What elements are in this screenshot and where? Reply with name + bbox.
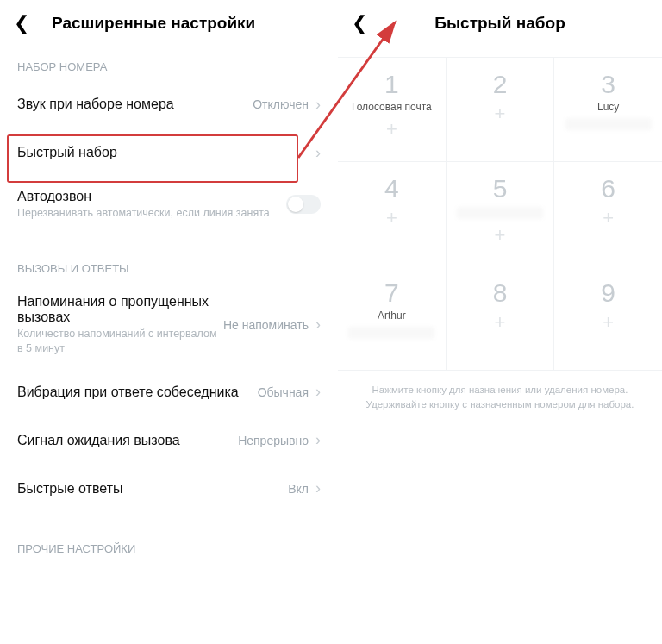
row-quick-replies[interactable]: Быстрые ответы Вкл ›	[0, 465, 338, 513]
label: Быстрые ответы	[17, 481, 288, 497]
key-2[interactable]: 2 +	[447, 58, 555, 161]
label: Быстрый набор	[17, 145, 315, 160]
blurred-content	[348, 327, 434, 339]
back-icon[interactable]: ❮	[352, 12, 367, 34]
section-header-calls: ВЫЗОВЫ И ОТВЕТЫ	[0, 248, 338, 282]
value: Не напоминать	[223, 318, 309, 332]
digit: 3	[601, 72, 615, 97]
key-label: Lucy	[597, 101, 619, 113]
plus-icon: +	[495, 313, 506, 332]
key-7[interactable]: 7 Arthur	[338, 266, 447, 370]
digit: 1	[384, 72, 399, 97]
back-icon[interactable]: ❮	[14, 12, 34, 34]
key-8[interactable]: 8 +	[447, 266, 555, 370]
label: Звук при наборе номера	[17, 97, 253, 112]
chevron-right-icon: ›	[315, 316, 321, 334]
row-vibrate-answer[interactable]: Вибрация при ответе собеседника Обычная …	[0, 368, 338, 416]
key-9[interactable]: 9 +	[554, 266, 662, 370]
plus-icon: +	[603, 209, 614, 228]
blurred-content	[457, 207, 543, 219]
key-1[interactable]: 1 Голосовая почта +	[338, 58, 447, 161]
plus-icon: +	[386, 209, 397, 228]
row-dial-sound[interactable]: Звук при наборе номера Отключен ›	[0, 80, 338, 128]
digit: 9	[601, 280, 615, 306]
digit: 7	[384, 280, 399, 306]
label: Автодозвон	[17, 189, 286, 204]
keypad: 1 Голосовая почта + 2 + 3 Lucy 4 + 5	[338, 47, 662, 371]
value: Отключен	[253, 97, 309, 111]
section-header-other: ПРОЧИЕ НАСТРОЙКИ	[0, 528, 338, 562]
chevron-right-icon: ›	[315, 144, 321, 162]
label: Напоминания о пропущенных вызовах	[17, 294, 223, 325]
plus-icon: +	[603, 313, 614, 332]
chevron-right-icon: ›	[315, 383, 321, 401]
label: Сигнал ожидания вызова	[17, 433, 238, 448]
hint-line-2: Удерживайте кнопку с назначенным номером…	[347, 397, 653, 412]
chevron-right-icon: ›	[315, 96, 321, 114]
plus-icon: +	[495, 226, 506, 245]
hint-line-1: Нажмите кнопку для назначения или удален…	[347, 383, 653, 397]
plus-icon: +	[495, 104, 506, 123]
sublabel: Перезванивать автоматически, если линия …	[17, 206, 286, 221]
label: Вибрация при ответе собеседника	[17, 385, 258, 400]
header: ❮ Расширенные настройки	[0, 0, 338, 47]
value: Обычная	[258, 385, 309, 399]
section-header-dial: НАБОР НОМЕРА	[0, 47, 338, 80]
row-auto-redial[interactable]: Автодозвон Перезванивать автоматически, …	[0, 177, 338, 233]
key-5[interactable]: 5 +	[447, 162, 555, 266]
digit: 6	[601, 176, 615, 202]
key-label: Arthur	[378, 309, 406, 322]
page-title: Быстрый набор	[338, 14, 662, 33]
plus-icon: +	[386, 120, 397, 139]
value: Вкл	[288, 482, 309, 496]
page-title: Расширенные настройки	[52, 14, 255, 33]
sublabel: Количество напоминаний с интервалом в 5 …	[17, 327, 223, 356]
value: Непрерывно	[238, 434, 309, 447]
row-call-waiting[interactable]: Сигнал ожидания вызова Непрерывно ›	[0, 416, 338, 465]
speed-dial-screen: ❮ Быстрый набор 1 Голосовая почта + 2 + …	[338, 0, 662, 644]
digit: 2	[493, 72, 508, 97]
row-missed-reminders[interactable]: Напоминания о пропущенных вызовах Количе…	[0, 282, 338, 368]
header: ❮ Быстрый набор	[338, 0, 662, 47]
hint-text: Нажмите кнопку для назначения или удален…	[338, 371, 662, 425]
settings-screen: ❮ Расширенные настройки НАБОР НОМЕРА Зву…	[0, 0, 338, 644]
blurred-content	[565, 118, 652, 130]
key-3[interactable]: 3 Lucy	[554, 58, 662, 161]
digit: 4	[384, 176, 399, 202]
chevron-right-icon: ›	[315, 479, 321, 497]
toggle-off[interactable]	[286, 195, 321, 214]
row-speed-dial[interactable]: Быстрый набор ›	[0, 128, 338, 177]
key-label: Голосовая почта	[352, 101, 432, 113]
key-6[interactable]: 6 +	[554, 162, 662, 266]
digit: 5	[493, 176, 508, 202]
digit: 8	[493, 280, 508, 306]
chevron-right-icon: ›	[315, 431, 321, 449]
key-4[interactable]: 4 +	[338, 162, 447, 266]
